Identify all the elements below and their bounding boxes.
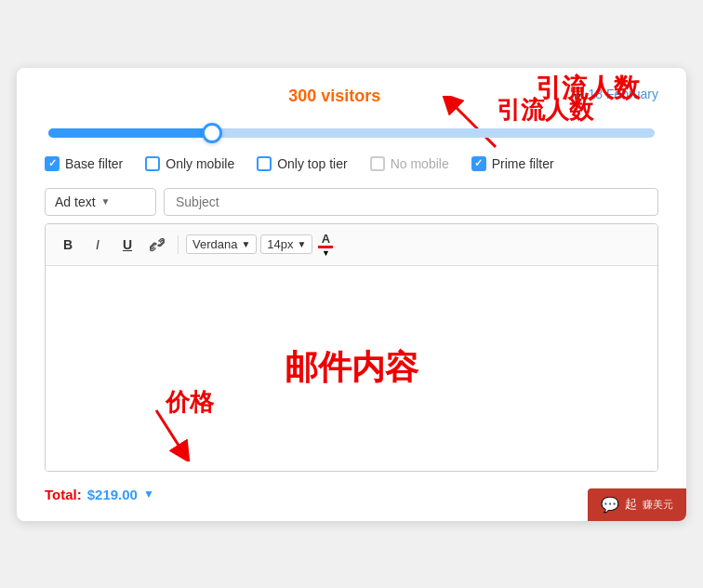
color-button[interactable]: A ▼ (316, 230, 335, 260)
italic-button[interactable]: I (85, 232, 111, 258)
checkbox-no-mobile[interactable] (370, 156, 385, 171)
font-arrow-icon: ▼ (241, 239, 250, 249)
size-select[interactable]: 14px ▼ (260, 234, 312, 254)
filters-row: Base filter Only mobile Only top tier No… (45, 156, 658, 171)
content-annotation: 邮件内容 (285, 345, 418, 391)
price-arrow (138, 406, 193, 461)
filter-no-mobile-label: No mobile (391, 156, 449, 171)
adtext-toolbar: Ad text ▼ (45, 188, 658, 216)
font-select[interactable]: Verdana ▼ (186, 234, 257, 254)
wechat-text: 起 (625, 496, 637, 513)
wechat-icon: 💬 (601, 496, 619, 514)
footer-row: Total: $219.00 ▼ (45, 487, 658, 502)
dropdown-arrow-icon: ▼ (101, 196, 111, 207)
link-button[interactable] (144, 232, 170, 258)
slider-container[interactable] (45, 125, 658, 141)
traffic-label-cn: 引流人数 (497, 94, 593, 127)
wechat-badge: 💬 起 赚美元 (588, 488, 686, 521)
filter-base[interactable]: Base filter (45, 156, 123, 171)
total-section: Total: $219.00 ▼ (45, 487, 154, 502)
traffic-arrow (431, 96, 505, 152)
main-card: 300 visitors 📅 18 February 引流人数 引流人数 (17, 68, 686, 521)
price-arrow-wrapper (138, 406, 193, 465)
adtext-dropdown[interactable]: Ad text ▼ (45, 188, 156, 216)
font-name: Verdana (192, 237, 237, 251)
wechat-subtext: 赚美元 (643, 498, 673, 512)
editor-toolbar: B I U Verdana ▼ 14px ▼ A ▼ (46, 224, 657, 266)
adtext-label: Ad text (55, 194, 96, 209)
bold-button[interactable]: B (55, 232, 81, 258)
filter-only-mobile[interactable]: Only mobile (145, 156, 234, 171)
checkbox-base[interactable] (45, 156, 60, 171)
filter-prime[interactable]: Prime filter (471, 156, 554, 171)
color-label: A (322, 232, 330, 246)
checkbox-only-mobile[interactable] (145, 156, 160, 171)
size-arrow-icon: ▼ (298, 239, 307, 249)
filter-prime-label: Prime filter (492, 156, 554, 171)
slider-track[interactable] (48, 125, 655, 141)
font-size: 14px (267, 237, 293, 251)
toolbar-divider-1 (178, 235, 179, 254)
filter-only-top-tier-label: Only top tier (277, 156, 347, 171)
filter-only-mobile-label: Only mobile (166, 156, 234, 171)
svg-line-3 (156, 410, 184, 454)
color-arrow-icon: ▼ (322, 248, 330, 258)
checkbox-prime[interactable] (471, 156, 486, 171)
checkbox-only-top-tier[interactable] (257, 156, 272, 171)
subject-input[interactable] (164, 188, 658, 216)
editor-wrapper: B I U Verdana ▼ 14px ▼ A ▼ (45, 223, 658, 472)
filter-no-mobile[interactable]: No mobile (370, 156, 449, 171)
link-icon (150, 237, 165, 252)
slider-thumb[interactable] (202, 123, 222, 143)
underline-button[interactable]: U (114, 232, 140, 258)
slider-fill (48, 128, 212, 138)
total-label: Total: (45, 487, 82, 502)
total-dropdown-icon[interactable]: ▼ (143, 488, 154, 501)
total-amount: $219.00 (87, 487, 138, 502)
filter-base-label: Base filter (65, 156, 123, 171)
filter-only-top-tier[interactable]: Only top tier (257, 156, 347, 171)
